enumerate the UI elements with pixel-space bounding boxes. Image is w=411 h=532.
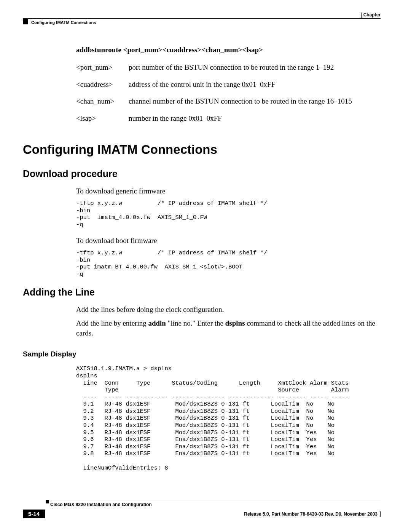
parameter-table: <port_num> port number of the BSTUN conn… (76, 62, 381, 123)
command-syntax: addbstunroute <port_num><cuaddress><chan… (76, 46, 381, 54)
footer-divider (380, 511, 381, 517)
download-intro-2: To download boot firmware (76, 236, 381, 246)
param-row: <port_num> port number of the BSTUN conn… (76, 62, 381, 73)
param-row: <chan_num> channel number of the BSTUN c… (76, 96, 381, 107)
cmd-dsplns: dsplns (225, 319, 245, 327)
heading-adding-line: Adding the Line (23, 287, 381, 298)
param-name: <cuaddress> (76, 80, 129, 90)
page-footer: Cisco MGX 8220 Installation and Configur… (23, 501, 381, 518)
running-head-section: Configuring IMATM Connections (31, 20, 96, 25)
release-info: Release 5.0, Part Number 78-6430-03 Rev.… (244, 511, 378, 517)
header-divider (361, 13, 362, 18)
text: "line no." Enter the (166, 319, 225, 327)
param-desc: address of the control unit in the range… (129, 80, 381, 90)
heading-sample-display: Sample Display (23, 350, 381, 358)
footer-rule (49, 501, 381, 501)
addline-p1: Add the lines before doing the clock con… (76, 305, 381, 315)
page-number: 5-14 (23, 510, 45, 518)
heading-1: Configuring IMATM Connections (23, 142, 381, 157)
param-name: <chan_num> (76, 96, 129, 107)
terminal-output: AXIS18.1.9.IMATM.a > dsplns dsplns Line … (76, 365, 381, 471)
param-name: <port_num> (76, 62, 129, 73)
cmd-addln: addln (148, 319, 166, 327)
param-desc: number in the range 0x01–0xFF (129, 113, 381, 124)
param-row: <cuaddress> address of the control unit … (76, 80, 381, 90)
param-row: <lsap> number in the range 0x01–0xFF (76, 113, 381, 124)
footer-book-title: Cisco MGX 8220 Installation and Configur… (50, 502, 381, 507)
param-desc: port number of the BSTUN connection to b… (129, 62, 381, 73)
header-square-icon (23, 19, 28, 24)
param-name: <lsap> (76, 113, 129, 124)
code-block-boot: -tftp x.y.z.w /* IP address of IMATM she… (76, 249, 381, 278)
footer-square-icon (46, 500, 49, 503)
heading-download: Download procedure (23, 168, 381, 179)
param-desc: channel number of the BSTUN connection t… (129, 96, 381, 107)
download-intro-1: To download generic firmware (76, 186, 381, 196)
running-head-chapter: Chapter (363, 12, 381, 18)
text: Add the line by entering (76, 319, 148, 327)
code-block-generic: -tftp x.y.z.w /* IP address of IMATM she… (76, 200, 381, 228)
addline-p2: Add the line by entering addln "line no.… (76, 318, 381, 338)
header-rule (23, 18, 381, 19)
